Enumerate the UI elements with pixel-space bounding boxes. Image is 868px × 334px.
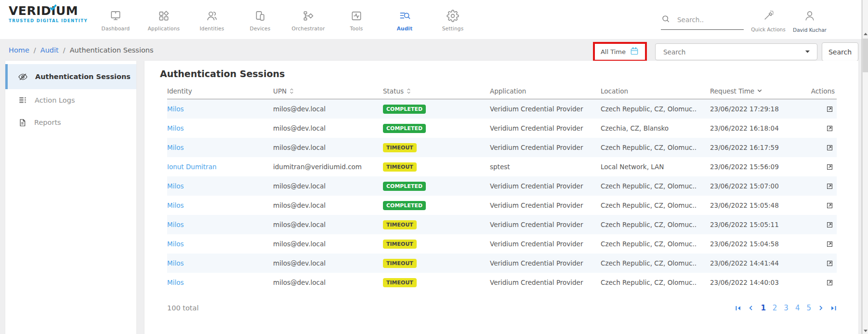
time-range-button[interactable]: All Time xyxy=(593,42,647,62)
location-cell: Czech Republic, CZ, Olomuc.. xyxy=(601,259,710,267)
identity-link[interactable]: Milos xyxy=(167,105,184,113)
identity-link[interactable]: Milos xyxy=(167,259,184,267)
request-time-cell: 23/06/2022 16:17:59 xyxy=(710,144,806,151)
main-navigation: DashboardApplicationsIdentitiesDevicesOr… xyxy=(92,0,477,39)
page-number-2[interactable]: 2 xyxy=(773,304,777,312)
open-session-icon[interactable] xyxy=(826,279,837,287)
user-menu[interactable]: David Kuchar xyxy=(789,0,830,39)
column-label: Actions xyxy=(811,87,835,95)
page-last-icon[interactable] xyxy=(830,305,837,311)
column-header-location: Location xyxy=(601,87,710,95)
page-number-3[interactable]: 3 xyxy=(784,304,789,312)
total-count: 100 total xyxy=(167,304,198,312)
nav-item-dashboard[interactable]: Dashboard xyxy=(92,0,140,39)
column-label: Status xyxy=(383,87,404,95)
reports-icon xyxy=(18,118,27,127)
nav-item-settings[interactable]: Settings xyxy=(429,0,477,39)
status-badge: COMPLETED xyxy=(383,124,426,133)
open-session-icon[interactable] xyxy=(826,144,837,152)
breadcrumb: Home / Audit / Authentication Sessions xyxy=(9,39,154,61)
page-first-icon[interactable] xyxy=(735,305,741,311)
sidebar-item-reports[interactable]: Reports xyxy=(5,111,136,134)
veridium-logo[interactable]: VERIDIUM TRUSTED DIGITAL IDENTITY xyxy=(9,4,91,23)
status-badge: TIMEOUT xyxy=(383,278,417,287)
identity-link[interactable]: Milos xyxy=(167,124,184,132)
sidebar-item-action-logs[interactable]: Action Logs xyxy=(5,89,136,111)
application-cell: Veridium Credential Provider xyxy=(490,201,601,209)
breadcrumb-home[interactable]: Home xyxy=(9,46,29,54)
column-label: UPN xyxy=(273,87,287,95)
scroll-up-icon[interactable] xyxy=(864,33,868,35)
nav-item-identities[interactable]: Identities xyxy=(188,0,236,39)
table-row: Milosmilos@dev.localTIMEOUTVeridium Cred… xyxy=(167,273,837,292)
open-session-icon[interactable] xyxy=(826,124,837,133)
status-badge: TIMEOUT xyxy=(383,143,417,152)
page-title: Authentication Sessions xyxy=(160,67,858,80)
upn-cell: milos@dev.local xyxy=(273,240,383,248)
column-header-request-time[interactable]: Request Time xyxy=(710,87,806,95)
scroll-down-icon[interactable] xyxy=(864,330,868,332)
global-search-input[interactable] xyxy=(677,16,737,24)
identity-link[interactable]: Milos xyxy=(167,201,184,209)
nav-item-tools[interactable]: Tools xyxy=(332,0,381,39)
table-row: Milosmilos@dev.localCOMPLETEDVeridium Cr… xyxy=(167,196,837,215)
logo-check-icon xyxy=(50,0,57,13)
page-next-icon[interactable] xyxy=(818,305,824,311)
table-row: Ionut Dumitranidumitran@veridiumid.comTI… xyxy=(167,157,837,176)
nav-item-applications[interactable]: Applications xyxy=(140,0,188,39)
application-cell: Veridium Credential Provider xyxy=(490,124,601,132)
identity-link[interactable]: Milos xyxy=(167,144,184,151)
identity-link[interactable]: Milos xyxy=(167,240,184,248)
upn-cell: milos@dev.local xyxy=(273,201,383,209)
quick-actions-button[interactable]: Quick Actions xyxy=(748,0,789,39)
table-row: Milosmilos@dev.localCOMPLETEDVeridium Cr… xyxy=(167,119,837,138)
user-name: David Kuchar xyxy=(793,27,827,33)
search-filter-dropdown[interactable]: Search xyxy=(655,43,817,60)
open-session-icon[interactable] xyxy=(826,259,837,267)
pagination: 12345 xyxy=(735,304,837,312)
status-badge: COMPLETED xyxy=(383,105,426,114)
nav-item-label: Audit xyxy=(397,26,413,31)
open-session-icon[interactable] xyxy=(826,105,837,113)
open-session-icon[interactable] xyxy=(826,221,837,229)
page-prev-icon[interactable] xyxy=(748,305,754,311)
main-card: Authentication Sessions IdentityUPNStatu… xyxy=(145,61,858,334)
upn-cell: idumitran@veridiumid.com xyxy=(273,163,383,171)
identity-link[interactable]: Milos xyxy=(167,182,184,190)
column-header-upn[interactable]: UPN xyxy=(273,87,383,95)
page: VERIDIUM TRUSTED DIGITAL IDENTITY Dashbo… xyxy=(0,0,868,334)
nav-item-audit[interactable]: Audit xyxy=(381,0,429,39)
open-session-icon[interactable] xyxy=(826,182,837,190)
location-cell: Czech Republic, CZ, Olomuc.. xyxy=(601,240,710,248)
user-avatar-icon xyxy=(803,10,816,24)
identity-link[interactable]: Milos xyxy=(167,221,184,228)
table-row: Milosmilos@dev.localTIMEOUTVeridium Cred… xyxy=(167,254,837,273)
search-button[interactable]: Search xyxy=(822,42,858,61)
dashboard-icon xyxy=(109,10,122,22)
page-number-4[interactable]: 4 xyxy=(795,304,800,312)
sidebar-item-label: Reports xyxy=(34,119,61,126)
column-header-application: Application xyxy=(490,87,601,95)
upn-cell: milos@dev.local xyxy=(273,144,383,151)
page-number-1[interactable]: 1 xyxy=(761,304,765,312)
sidebar-item-authentication-sessions[interactable]: Authentication Sessions xyxy=(5,64,136,89)
location-cell: Czech Republic, CZ, Olomuc.. xyxy=(601,279,710,286)
devices-icon xyxy=(254,10,266,22)
open-session-icon[interactable] xyxy=(826,163,837,171)
magic-wand-icon xyxy=(763,10,775,24)
nav-item-label: Identities xyxy=(200,26,224,31)
identity-link[interactable]: Milos xyxy=(167,279,184,286)
identity-link[interactable]: Ionut Dumitran xyxy=(167,163,216,171)
open-session-icon[interactable] xyxy=(826,240,837,248)
status-badge: TIMEOUT xyxy=(383,259,417,268)
column-label: Identity xyxy=(167,87,192,95)
vertical-scrollbar[interactable] xyxy=(862,0,868,334)
nav-item-devices[interactable]: Devices xyxy=(236,0,284,39)
breadcrumb-audit[interactable]: Audit xyxy=(40,46,59,54)
open-session-icon[interactable] xyxy=(826,201,837,210)
table-row: Milosmilos@dev.localCOMPLETEDVeridium Cr… xyxy=(167,176,837,196)
column-header-status[interactable]: Status xyxy=(383,87,490,95)
page-number-5[interactable]: 5 xyxy=(806,304,811,312)
scrollbar-thumb[interactable] xyxy=(863,39,868,72)
nav-item-orchestrator[interactable]: Orchestrator xyxy=(284,0,332,39)
